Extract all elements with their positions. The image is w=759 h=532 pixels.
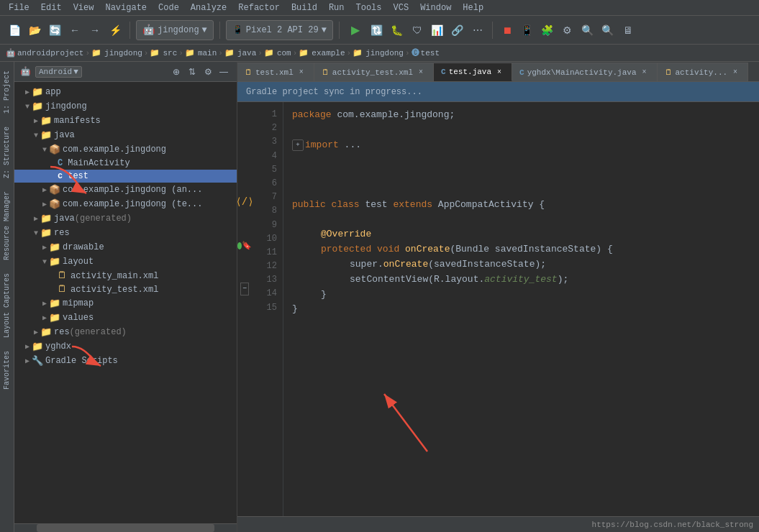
new-file-btn[interactable]: 📄 [6,22,23,39]
tab-activity-test-xml[interactable]: 🗒 activity_test.xml × [314,63,434,81]
breadcrumb-test[interactable]: test [421,49,440,58]
breadcrumb-jingdong[interactable]: jingdong [104,49,142,58]
tab-yghdx-mainactivity[interactable]: C yghdx\MainActivity.java × [512,63,657,81]
tab-test-java-label: test.java [449,68,491,76]
tree-item-mainactivity[interactable]: C MainActivity [14,157,237,170]
panel-collapse-btn[interactable]: — [217,65,231,79]
menu-tools[interactable]: Tools [350,1,388,14]
tree-item-manifests[interactable]: ▶ 📁 manifests [14,114,237,128]
panel-settings-btn[interactable]: ⚙ [201,65,215,79]
panel-view-dropdown[interactable]: Android ▼ [35,66,82,78]
device-mirror-btn[interactable]: 🖥 [619,22,637,39]
breadcrumb-jingdong2[interactable]: jingdong [365,49,404,58]
back-btn[interactable]: ← [66,22,83,39]
panel-add-btn[interactable]: ⊕ [169,65,183,79]
menu-build[interactable]: Build [286,1,323,14]
menu-file[interactable]: File [3,1,35,14]
menu-run[interactable]: Run [323,1,350,14]
breadcrumb-java[interactable]: java [237,49,256,58]
run-button[interactable]: ▶ [345,20,365,40]
menu-code[interactable]: Code [153,1,185,14]
tree-item-activity-main-xml[interactable]: 🗒 activity_main.xml [14,269,237,283]
tree-item-layout[interactable]: ▼ 📁 layout [14,254,237,269]
panel-title-text: Android [39,68,72,76]
tree-item-res-gen[interactable]: ▶ 📁 res (generated) [14,325,237,339]
breadcrumb-example[interactable]: example [312,49,345,58]
tree-item-jingdong[interactable]: ▼ 📁 jingdong [14,99,237,114]
tree-item-activity-test-xml[interactable]: 🗒 activity_test.xml [14,283,237,296]
more-btn[interactable]: ⋯ [469,22,486,39]
tab-test-xml-close[interactable]: × [296,68,306,78]
device-manager-btn[interactable]: 📱 [519,22,536,39]
tree-item-gradle[interactable]: ▶ 🔧 Gradle Scripts [14,354,237,368]
analyze-btn[interactable]: ⚡ [106,22,124,39]
menu-view[interactable]: View [68,1,100,14]
refresh-btn[interactable]: 🔃 [368,22,386,39]
code-content[interactable]: package com.example.jingdong; + import .… [283,102,759,516]
side-tab-layout[interactable]: Layout Captures [1,267,13,344]
tab-activity-extra-close[interactable]: × [730,68,740,78]
side-tab-favorites[interactable]: Favorites [1,345,13,395]
tab-activity-extra[interactable]: 🗒 activity... × [658,63,749,81]
tree-item-package-main[interactable]: ▼ 📦 com.example.jingdong [14,142,237,157]
panel-sync-btn[interactable]: ⇅ [185,65,199,79]
tab-test-xml[interactable]: 🗒 test.xml × [237,63,314,81]
tab-yghdx-mainactivity-label: yghdx\MainActivity.java [527,68,637,77]
layout-inspector-btn[interactable]: 🔍 [579,22,596,39]
tree-label-values: values [63,313,94,323]
tree-item-yghdx[interactable]: ▶ 📁 yghdx [14,339,237,354]
code-line-15 [292,317,750,332]
sdk-manager-btn[interactable]: 🧩 [539,22,556,39]
breadcrumb-src[interactable]: src [163,49,177,58]
tab-activity-test-xml-close[interactable]: × [416,68,426,78]
breadcrumb-java-icon: 🅒 [412,48,419,58]
sync-btn[interactable]: 🔄 [46,22,63,39]
tree-item-app[interactable]: ▶ 📁 app [14,85,237,99]
code-editor: ⟨/⟩ 🔖 − 1 2 3 4 [237,102,759,516]
emulator-selector[interactable]: 📱 Pixel 2 API 29 ▼ [226,20,333,40]
breadcrumb-sep-1: › [85,49,90,58]
tree-item-java-gen[interactable]: ▶ 📁 java (generated) [14,211,237,226]
debug-button[interactable]: 🐛 [388,22,406,39]
menu-edit[interactable]: Edit [35,1,68,14]
profile-btn[interactable]: 📊 [429,22,446,39]
tree-item-test[interactable]: c test [14,170,237,183]
side-tab-structure[interactable]: Z: Structure [1,121,13,184]
tree-item-values[interactable]: ▶ 📁 values [14,311,237,325]
tab-test-java-close[interactable]: × [494,67,504,77]
breadcrumb-sep-3: › [178,49,183,58]
tree-item-drawable[interactable]: ▶ 📁 drawable [14,240,237,254]
search-btn[interactable]: 🔍 [599,22,617,39]
code-line-14: } [292,302,750,317]
android-icon: 🤖 [142,24,155,36]
open-btn[interactable]: 📂 [26,22,43,39]
tab-test-java[interactable]: C test.java × [434,63,512,81]
panel-scrollbar[interactable] [14,523,237,532]
breadcrumb-main[interactable]: main [198,49,217,58]
attach-btn[interactable]: 🔗 [449,22,466,39]
collapse-icon-13[interactable]: − [240,283,249,295]
tree-item-res[interactable]: ▼ 📁 res [14,226,237,240]
device-selector[interactable]: 🤖 jingdong ▼ [136,20,214,40]
menu-analyze[interactable]: Analyze [185,1,232,14]
coverage-btn[interactable]: 🛡 [409,22,426,39]
breadcrumb-com[interactable]: com [277,49,291,58]
tree-label-activity-test-xml: activity_test.xml [71,285,158,295]
tree-item-package-te[interactable]: ▶ 📦 com.example.jingdong (te... [14,197,237,211]
menu-help[interactable]: Help [457,1,489,14]
forward-btn[interactable]: → [86,22,104,39]
menu-vcs[interactable]: VCS [388,1,415,14]
tree-item-java[interactable]: ▼ 📁 java [14,128,237,142]
tab-yghdx-close[interactable]: × [640,68,650,78]
menu-refactor[interactable]: Refactor [232,1,286,14]
import-collapse-icon[interactable]: + [292,139,304,151]
tree-item-mipmap[interactable]: ▶ 📁 mipmap [14,296,237,311]
stop-button[interactable]: ⏹ [499,22,516,39]
settings-btn[interactable]: ⚙ [559,22,576,39]
menu-navigate[interactable]: Navigate [99,1,153,14]
side-tab-resource[interactable]: Resource Manager [1,185,13,266]
tree-item-package-an[interactable]: ▶ 📦 com.example.jingdong (an... [14,183,237,197]
breadcrumb-project[interactable]: androidproject [17,49,83,58]
menu-window[interactable]: Window [414,1,457,14]
side-tab-project[interactable]: 1: Project [1,65,13,119]
